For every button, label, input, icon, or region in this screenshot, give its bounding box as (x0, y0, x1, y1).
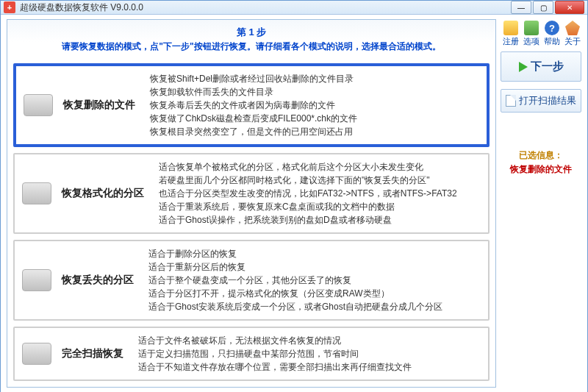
next-label: 下一步 (531, 60, 564, 74)
home-icon (565, 21, 580, 35)
option-desc: 恢复被Shift+Del删除或者经过回收站删除的文件目录恢复卸载软件而丢失的文件… (150, 72, 357, 138)
option-desc-line: 若硬盘里面几个分区都同时格式化，建议选择下面的"恢复丢失的分区" (159, 174, 457, 187)
option-title: 恢复丢失的分区 (62, 274, 134, 287)
about-label: 关于 (564, 36, 581, 47)
options-label: 选项 (523, 36, 539, 47)
option-desc-line: 也适合于分区类型发生改变的情况，比如FAT32->NTFS，或者NTFS->FA… (159, 187, 457, 200)
option-desc-line: 恢复杀毒后丢失的文件或者因为病毒删除的文件 (150, 99, 357, 112)
drive-icon (22, 269, 51, 291)
option-body: 恢复删除的文件恢复被Shift+Del删除或者经过回收站删除的文件目录恢复卸载软… (63, 72, 479, 138)
option-desc-line: 适于定义扫描范围，只扫描硬盘中某部分范围，节省时间 (138, 347, 412, 360)
open-result-label: 打开扫描结果 (519, 94, 576, 107)
option-desc: 适合恢复单个被格式化的分区，格式化前后这个分区大小未发生变化若硬盘里面几个分区都… (159, 160, 457, 227)
help-icon: ? (545, 21, 559, 35)
option-desc-line: 恢复做了ChkDsk磁盘检查后变成FILE000*.chk的文件 (150, 112, 357, 125)
option-desc-line: 适合恢复单个被格式化的分区，格式化前后这个分区大小未发生变化 (159, 160, 457, 174)
register-label: 注册 (503, 36, 519, 47)
drive-icon (22, 343, 51, 365)
option-desc-line: 恢复卸载软件而丢失的文件目录 (150, 85, 357, 99)
option-desc-line: 适合于Ghost安装系统后变成一个分区，或者Ghost自动把硬盘分成几个分区 (148, 300, 442, 313)
option-desc-line: 适合于不知道文件存放在哪个位置，需要全部扫描出来再仔细查找文件 (138, 360, 412, 374)
option-desc-line: 适合于文件名被破坏后，无法根据文件名恢复的情况 (138, 334, 412, 347)
option-desc-line: 适合于删除分区的恢复 (148, 247, 442, 260)
opt-format[interactable]: 恢复格式化的分区适合恢复单个被格式化的分区，格式化前后这个分区大小未发生变化若硬… (13, 153, 490, 234)
window-title: 超级硬盘数据恢复软件 V9.0.0.0 (20, 1, 511, 14)
option-desc-line: 适合于重新分区后的恢复 (148, 260, 442, 274)
selection-info-value: 恢复删除的文件 (501, 163, 581, 176)
arrow-right-icon (519, 62, 528, 72)
side-panel: 注册 选项 ? 帮助 关于 下一步 (501, 19, 581, 388)
drive-icon (22, 182, 51, 204)
option-desc-line: 适合于Ghost误操作，把系统装到别的盘如D盘或者移动硬盘 (159, 213, 457, 227)
option-desc-line: 恢复被Shift+Del删除或者经过回收站删除的文件目录 (150, 72, 357, 85)
option-desc-line: 恢复根目录突然变空了，但是文件的已用空间还占用 (150, 125, 357, 138)
option-desc: 适合于文件名被破坏后，无法根据文件名恢复的情况适于定义扫描范围，只扫描硬盘中某部… (138, 334, 412, 374)
titlebar: + 超级硬盘数据恢复软件 V9.0.0.0 — ▢ ✕ (1, 1, 587, 15)
option-title: 恢复格式化的分区 (62, 187, 144, 200)
options-button[interactable]: 选项 (523, 21, 540, 47)
main-panel: 第 1 步 请要恢复数据的模式，点"下一步"按钮进行恢复。请仔细看各个模式的说明… (7, 19, 496, 388)
app-window: + 超级硬盘数据恢复软件 V9.0.0.0 — ▢ ✕ 第 1 步 请要恢复数据… (0, 0, 588, 392)
open-result-button[interactable]: 打开扫描结果 (501, 89, 581, 113)
option-title: 恢复删除的文件 (63, 99, 135, 112)
next-button[interactable]: 下一步 (501, 51, 581, 82)
gear-icon (524, 21, 539, 35)
opt-lostpart[interactable]: 恢复丢失的分区适合于删除分区的恢复适合于重新分区后的恢复适合于整个硬盘变成一个分… (13, 240, 490, 321)
help-label: 帮助 (544, 36, 560, 47)
content-area: 第 1 步 请要恢复数据的模式，点"下一步"按钮进行恢复。请仔细看各个模式的说明… (1, 15, 587, 392)
window-controls: — ▢ ✕ (511, 1, 584, 14)
option-title: 完全扫描恢复 (62, 347, 123, 360)
help-button[interactable]: ? 帮助 (543, 21, 561, 47)
option-body: 恢复格式化的分区适合恢复单个被格式化的分区，格式化前后这个分区大小未发生变化若硬… (62, 160, 481, 227)
document-icon (506, 95, 516, 107)
option-desc-line: 适合于整个硬盘变成一个分区，其他分区丢了的恢复 (148, 274, 442, 287)
opt-fullscan[interactable]: 完全扫描恢复适合于文件名被破坏后，无法根据文件名恢复的情况适于定义扫描范围，只扫… (13, 327, 490, 381)
app-icon: + (4, 1, 15, 13)
about-button[interactable]: 关于 (564, 21, 581, 47)
step-instruction: 请要恢复数据的模式，点"下一步"按钮进行恢复。请仔细看各个模式的说明，选择最合适… (15, 40, 488, 53)
option-body: 恢复丢失的分区适合于删除分区的恢复适合于重新分区后的恢复适合于整个硬盘变成一个分… (62, 247, 481, 313)
register-button[interactable]: 注册 (502, 21, 520, 47)
selection-info: 已选信息： 恢复删除的文件 (501, 149, 581, 176)
opt-delete[interactable]: 恢复删除的文件恢复被Shift+Del删除或者经过回收站删除的文件目录恢复卸载软… (13, 63, 490, 147)
close-button[interactable]: ✕ (555, 1, 584, 14)
minimize-button[interactable]: — (511, 1, 531, 14)
selection-info-header: 已选信息： (501, 149, 581, 162)
maximize-button[interactable]: ▢ (533, 1, 553, 14)
mode-options-list: 恢复删除的文件恢复被Shift+Del删除或者经过回收站删除的文件目录恢复卸载软… (7, 60, 495, 387)
option-desc: 适合于删除分区的恢复适合于重新分区后的恢复适合于整个硬盘变成一个分区，其他分区丢… (148, 247, 442, 313)
step-number: 第 1 步 (15, 26, 488, 39)
option-desc-line: 适合于分区打不开，提示格式化的恢复（分区变成RAW类型） (148, 287, 442, 300)
drive-icon (24, 94, 53, 116)
option-desc-line: 适合于重装系统后，要恢复原来C盘桌面或我的文档中的数据 (159, 200, 457, 213)
step-heading: 第 1 步 请要恢复数据的模式，点"下一步"按钮进行恢复。请仔细看各个模式的说明… (7, 20, 495, 60)
top-toolbar: 注册 选项 ? 帮助 关于 (501, 19, 581, 51)
option-body: 完全扫描恢复适合于文件名被破坏后，无法根据文件名恢复的情况适于定义扫描范围，只扫… (62, 334, 481, 374)
cart-icon (503, 21, 518, 35)
